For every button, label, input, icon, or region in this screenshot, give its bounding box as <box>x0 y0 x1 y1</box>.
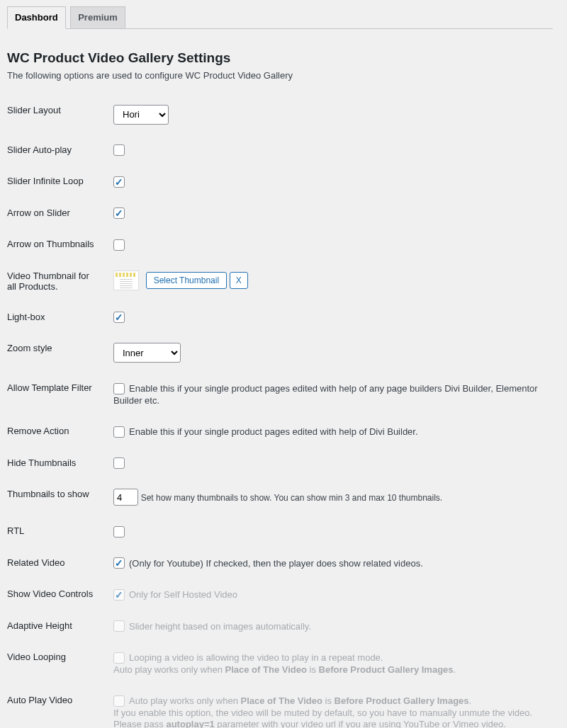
video-looping-hint1: Looping a video is allowing the video to… <box>129 652 383 663</box>
slider-loop-checkbox[interactable] <box>113 176 125 188</box>
label-related-video: Related Video <box>7 547 106 579</box>
show-video-controls-checkbox <box>113 589 125 601</box>
page-title: WC Product Video Gallery Settings <box>7 29 553 70</box>
slider-autoplay-checkbox[interactable] <box>113 144 125 156</box>
tab-dashboard[interactable]: Dashbord <box>7 6 66 29</box>
select-thumbnail-button[interactable]: Select Thumbnail <box>146 272 228 289</box>
label-slider-autoplay: Slider Auto-play <box>7 135 106 166</box>
remove-thumbnail-button[interactable]: X <box>230 272 248 289</box>
adaptive-height-checkbox <box>113 620 125 632</box>
tab-bar: Dashbord Premium <box>7 0 553 29</box>
thumbnails-to-show-hint: Set how many thumbnails to show. You can… <box>141 493 443 503</box>
thumbnails-to-show-input[interactable] <box>113 489 138 506</box>
slider-layout-select[interactable]: Horizontal <box>113 105 169 125</box>
label-template-filter: Allow Template Filter <box>7 372 106 416</box>
lightbox-checkbox[interactable] <box>113 312 125 323</box>
label-hide-thumbnails: Hide Thumbnails <box>7 448 106 479</box>
arrow-on-thumbnails-checkbox[interactable] <box>113 239 125 251</box>
label-slider-loop: Slider Infinite Loop <box>7 166 106 198</box>
template-filter-checkbox[interactable] <box>113 383 125 394</box>
label-arrow-on-slider: Arrow on Slider <box>7 198 106 229</box>
label-rtl: RTL <box>7 516 106 547</box>
rtl-checkbox[interactable] <box>113 526 125 538</box>
remove-action-checkbox[interactable] <box>113 426 125 438</box>
label-video-thumbnail: Video Thumbnail for all Products. <box>7 261 106 302</box>
template-filter-hint: Enable this if your single product pages… <box>113 383 538 406</box>
arrow-on-slider-checkbox[interactable] <box>113 207 125 219</box>
label-remove-action: Remove Action <box>7 416 106 448</box>
label-adaptive-height: Adaptive Height <box>7 610 106 642</box>
auto-play-hint2: If you enable this option, the video wil… <box>113 707 532 718</box>
label-auto-play-video: Auto Play Video <box>7 685 106 728</box>
adaptive-height-hint: Slider height based on images automatica… <box>129 621 311 632</box>
label-lightbox: Light-box <box>7 302 106 334</box>
show-video-controls-hint: Only for Self Hosted Video <box>129 589 237 600</box>
thumbnail-preview <box>113 271 139 290</box>
auto-play-video-checkbox <box>113 695 125 707</box>
zoom-style-select[interactable]: Inner <box>113 343 181 363</box>
video-looping-checkbox <box>113 652 125 664</box>
related-video-checkbox[interactable] <box>113 557 125 569</box>
remove-action-hint: Enable this if your single product pages… <box>129 426 418 437</box>
label-slider-layout: Slider Layout <box>7 95 106 135</box>
related-video-hint: (Only for Youtube) If checked, then the … <box>129 558 423 569</box>
label-show-video-controls: Show Video Controls <box>7 579 106 610</box>
label-arrow-on-thumbnails: Arrow on Thumbnails <box>7 229 106 261</box>
settings-form: Slider Layout Horizontal Slider Auto-pla… <box>7 95 553 729</box>
label-zoom-style: Zoom style <box>7 333 106 372</box>
label-video-looping: Video Looping <box>7 642 106 685</box>
tab-premium[interactable]: Premium <box>70 6 125 28</box>
page-description: The following options are used to config… <box>7 70 553 95</box>
hide-thumbnails-checkbox[interactable] <box>113 457 125 469</box>
label-thumbnails-to-show: Thumbnails to show <box>7 479 106 516</box>
